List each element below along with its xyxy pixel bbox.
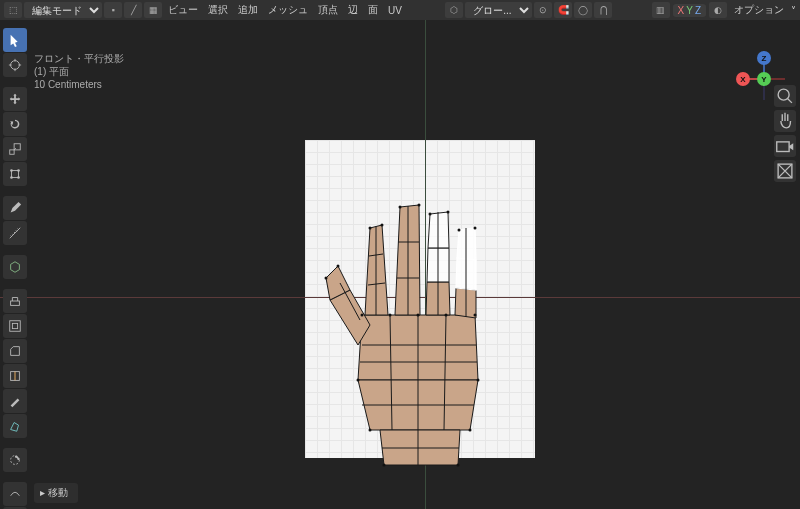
axis-xyz-toggle[interactable]: X Y Z (673, 4, 706, 17)
tool-knife[interactable] (3, 389, 27, 413)
svg-point-59 (10, 169, 13, 172)
tool-annotate[interactable] (3, 196, 27, 220)
svg-point-38 (469, 429, 472, 432)
svg-point-33 (445, 314, 448, 317)
axis-y-label: Y (686, 5, 693, 16)
menu-vertex[interactable]: 頂点 (314, 3, 342, 17)
svg-point-44 (399, 206, 402, 209)
svg-point-61 (10, 176, 13, 179)
tool-smooth[interactable] (3, 482, 27, 506)
svg-point-50 (325, 277, 328, 280)
tool-cursor[interactable] (3, 53, 27, 77)
svg-point-60 (17, 169, 20, 172)
mesh-edit-icon[interactable]: ▥ (652, 2, 670, 18)
svg-point-49 (337, 265, 340, 268)
svg-point-30 (361, 314, 364, 317)
tool-select-box[interactable] (3, 28, 27, 52)
svg-point-42 (369, 227, 372, 230)
left-toolbar (3, 28, 27, 509)
menu-uv[interactable]: UV (384, 5, 406, 16)
svg-point-40 (457, 464, 460, 467)
svg-point-41 (381, 224, 384, 227)
object-name-label: (1) 平面 (34, 65, 124, 78)
tool-rotate[interactable] (3, 112, 27, 136)
viewport-info: フロント・平行投影 (1) 平面 10 Centimeters (34, 52, 124, 91)
svg-point-35 (357, 379, 360, 382)
hand-mesh[interactable] (320, 170, 520, 480)
proportional-icon[interactable]: ◯ (574, 2, 592, 18)
pivot-icon[interactable]: ⊙ (534, 2, 552, 18)
tool-scale[interactable] (3, 137, 27, 161)
svg-rect-58 (12, 171, 19, 178)
tool-loop-cut[interactable] (3, 364, 27, 388)
tool-transform[interactable] (3, 162, 27, 186)
svg-point-43 (418, 204, 421, 207)
svg-rect-64 (10, 321, 21, 332)
gizmo-axis-z[interactable]: Z (757, 51, 771, 65)
orientation-dropdown[interactable]: グロー... (465, 2, 532, 18)
tool-bevel[interactable] (3, 339, 27, 363)
svg-point-55 (11, 61, 20, 70)
menu-edge[interactable]: 辺 (344, 3, 362, 17)
gizmo-axis-x[interactable]: X (736, 72, 750, 86)
select-mode-face-icon[interactable]: ▦ (144, 2, 162, 18)
menu-mesh[interactable]: メッシュ (264, 3, 312, 17)
svg-point-70 (778, 89, 789, 100)
svg-point-31 (389, 314, 392, 317)
select-mode-edge-icon[interactable]: ╱ (124, 2, 142, 18)
svg-point-46 (429, 213, 432, 216)
menu-view[interactable]: ビュー (164, 3, 202, 17)
svg-point-62 (17, 176, 20, 179)
header-bar: ⬚ 編集モード ▪ ╱ ▦ ビュー 選択 追加 メッシュ 頂点 辺 面 UV ⬡… (0, 0, 800, 20)
menu-face[interactable]: 面 (364, 3, 382, 17)
camera-view-icon[interactable] (774, 135, 796, 157)
mode-dropdown[interactable]: 編集モード (24, 2, 102, 18)
viewport-3d[interactable]: フロント・平行投影 (1) 平面 10 Centimeters X Y Z (0, 20, 800, 509)
tool-add-cube[interactable] (3, 255, 27, 279)
svg-point-39 (383, 464, 386, 467)
tool-spin[interactable] (3, 448, 27, 472)
editor-type-icon[interactable]: ⬚ (4, 2, 22, 18)
redo-panel[interactable]: ▸ 移動 (34, 483, 78, 503)
perspective-toggle-icon[interactable] (774, 160, 796, 182)
view-name-label: フロント・平行投影 (34, 52, 124, 65)
pan-icon[interactable] (774, 110, 796, 132)
tool-move[interactable] (3, 87, 27, 111)
scale-label: 10 Centimeters (34, 78, 124, 91)
tool-measure[interactable] (3, 221, 27, 245)
redo-panel-label: ▸ 移動 (40, 487, 68, 498)
zoom-icon[interactable] (774, 85, 796, 107)
svg-point-37 (369, 429, 372, 432)
tool-inset-faces[interactable] (3, 314, 27, 338)
svg-rect-56 (10, 150, 14, 154)
right-toolbar (774, 85, 796, 182)
orientation-icon[interactable]: ⬡ (445, 2, 463, 18)
menu-select[interactable]: 選択 (204, 3, 232, 17)
proportional-type-icon[interactable]: ⋂ (594, 2, 612, 18)
svg-rect-71 (777, 142, 789, 152)
svg-point-32 (417, 314, 420, 317)
select-mode-vertex-icon[interactable]: ▪ (104, 2, 122, 18)
svg-point-45 (447, 211, 450, 214)
chevron-down-icon: ˅ (791, 5, 796, 16)
gizmo-axis-y[interactable]: Y (757, 72, 771, 86)
tool-extrude-region[interactable] (3, 289, 27, 313)
axis-x-label: X (678, 5, 685, 16)
tool-poly-build[interactable] (3, 414, 27, 438)
svg-rect-63 (11, 301, 20, 305)
snap-icon[interactable]: 🧲 (554, 2, 572, 18)
svg-point-34 (474, 314, 477, 317)
svg-point-36 (477, 379, 480, 382)
svg-point-48 (458, 229, 461, 232)
svg-rect-65 (12, 323, 17, 328)
overlays-icon[interactable]: ◐ (709, 2, 727, 18)
svg-point-47 (474, 227, 477, 230)
menu-add[interactable]: 追加 (234, 3, 262, 17)
options-dropdown[interactable]: オプション (730, 3, 788, 17)
axis-z-label: Z (695, 5, 701, 16)
